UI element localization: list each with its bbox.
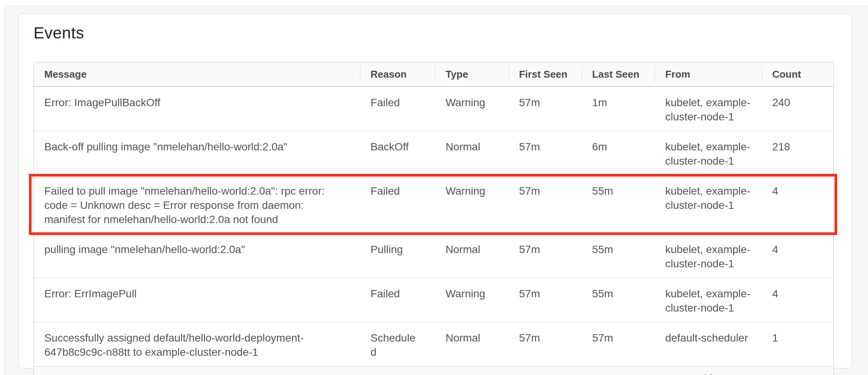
cell-reason: Failed (360, 175, 435, 233)
cell-type: Warning (435, 278, 509, 322)
cell-last-seen: 1m (582, 87, 655, 131)
cell-first-seen: 57m (509, 322, 582, 366)
cell-type: Normal (435, 234, 509, 278)
cell-message: Successfully assigned default/hello-worl… (34, 322, 360, 366)
cell-type: Normal (435, 131, 509, 175)
page-title: Events (34, 24, 84, 42)
cell-reason: BackOff (360, 131, 435, 175)
items-per-page-value: 10 (702, 373, 714, 375)
cell-first-seen: 57m (509, 175, 582, 233)
cell-message: Error: ImagePullBackOff (34, 87, 360, 131)
cell-message: Error: ErrImagePull (34, 278, 360, 322)
cell-count: 218 (762, 131, 833, 175)
cell-first-seen: 57m (509, 234, 582, 278)
column-header-reason: Reason (360, 62, 435, 86)
table-row: Failed to pull image "nmelehan/hello-wor… (34, 175, 833, 233)
cell-type: Normal (435, 322, 509, 366)
cell-last-seen: 55m (582, 278, 655, 322)
table-row: Successfully assigned default/hello-worl… (34, 322, 833, 366)
cell-message: pulling image "nmelehan/hello-world:2.0a… (34, 234, 360, 278)
table-header-row: Message Reason Type First Seen Last Seen… (34, 62, 833, 87)
cell-reason: Scheduled (360, 322, 435, 366)
cell-last-seen: 6m (582, 131, 655, 175)
column-header-from: From (655, 62, 762, 86)
cell-reason: Pulling (360, 234, 435, 278)
column-header-first-seen: First Seen (509, 62, 582, 86)
cell-reason: Failed (360, 87, 435, 131)
cell-first-seen: 57m (509, 87, 582, 131)
events-page: Events Message Reason Type First Seen La… (0, 0, 868, 375)
cell-from: kubelet, example-cluster-node-1 (655, 234, 762, 278)
cell-from: kubelet, example-cluster-node-1 (655, 87, 762, 131)
table-row: Error: ImagePullBackOff Failed Warning 5… (34, 87, 833, 131)
cell-from: kubelet, example-cluster-node-1 (655, 131, 762, 175)
cell-last-seen: 57m (582, 322, 655, 366)
cell-last-seen: 55m (582, 234, 655, 278)
table-row: Error: ErrImagePull Failed Warning 57m 5… (34, 278, 833, 322)
table-body: Error: ImagePullBackOff Failed Warning 5… (34, 87, 833, 366)
cell-from: kubelet, example-cluster-node-1 (655, 175, 762, 233)
column-header-message: Message (34, 62, 360, 86)
cell-count: 4 (762, 278, 833, 322)
cell-count: 4 (762, 175, 833, 233)
table-footer: Items per page 10 1 - 6 of 6 items (34, 366, 833, 375)
cell-first-seen: 57m (509, 278, 582, 322)
table-row: Back-off pulling image "nmelehan/hello-w… (34, 131, 833, 175)
cell-message: Back-off pulling image "nmelehan/hello-w… (34, 131, 360, 175)
cell-first-seen: 57m (509, 131, 582, 175)
table-row: pulling image "nmelehan/hello-world:2.0a… (34, 233, 833, 278)
column-header-type: Type (435, 62, 509, 86)
cell-message: Failed to pull image "nmelehan/hello-wor… (34, 175, 360, 233)
events-card: Events Message Reason Type First Seen La… (18, 13, 852, 368)
cell-reason: Failed (360, 278, 435, 322)
cell-from: kubelet, example-cluster-node-1 (655, 278, 762, 322)
cell-type: Warning (435, 175, 509, 233)
cell-type: Warning (435, 87, 509, 131)
column-header-last-seen: Last Seen (582, 62, 655, 86)
cell-count: 1 (762, 322, 833, 366)
cell-from: default-scheduler (655, 322, 762, 366)
cell-count: 4 (762, 234, 833, 278)
column-header-count: Count (762, 62, 833, 86)
cell-count: 240 (762, 87, 833, 131)
items-per-page-select[interactable]: 10 (696, 372, 738, 375)
events-table: Message Reason Type First Seen Last Seen… (34, 62, 834, 375)
cell-last-seen: 55m (582, 175, 655, 233)
